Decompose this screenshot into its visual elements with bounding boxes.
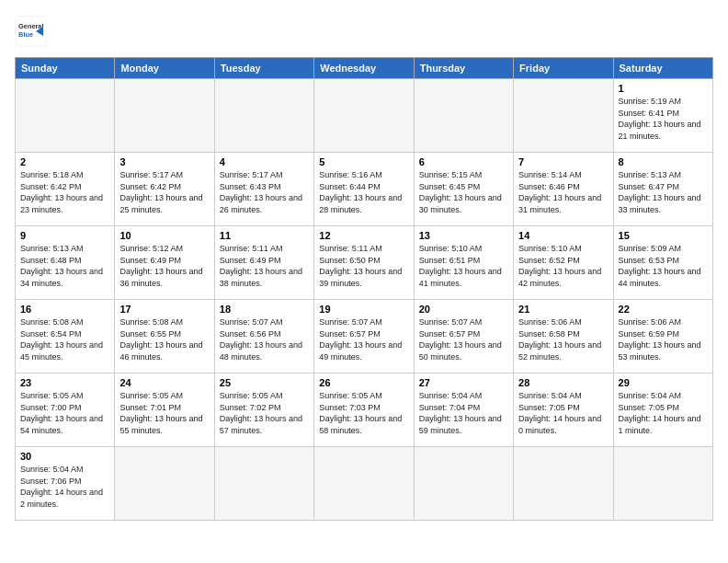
day-info: Sunrise: 5:05 AM Sunset: 7:02 PM Dayligh…: [220, 390, 309, 436]
day-info: Sunrise: 5:04 AM Sunset: 7:05 PM Dayligh…: [518, 390, 608, 436]
calendar-cell: 12Sunrise: 5:11 AM Sunset: 6:50 PM Dayli…: [314, 226, 414, 300]
day-number: 15: [619, 230, 708, 241]
day-info: Sunrise: 5:08 AM Sunset: 6:54 PM Dayligh…: [20, 316, 109, 362]
day-info: Sunrise: 5:15 AM Sunset: 6:45 PM Dayligh…: [419, 169, 508, 215]
day-number: 10: [119, 230, 209, 241]
day-info: Sunrise: 5:14 AM Sunset: 6:46 PM Dayligh…: [518, 169, 608, 215]
calendar-cell: 3Sunrise: 5:17 AM Sunset: 6:42 PM Daylig…: [115, 153, 214, 226]
day-info: Sunrise: 5:19 AM Sunset: 6:41 PM Dayligh…: [619, 96, 708, 142]
calendar-cell: 2Sunrise: 5:18 AM Sunset: 6:42 PM Daylig…: [16, 153, 115, 226]
day-number: 14: [518, 230, 608, 241]
day-info: Sunrise: 5:13 AM Sunset: 6:48 PM Dayligh…: [20, 243, 109, 289]
logo-icon: General Blue: [15, 15, 48, 48]
day-number: 23: [20, 377, 109, 388]
calendar-cell: 28Sunrise: 5:04 AM Sunset: 7:05 PM Dayli…: [514, 373, 613, 447]
calendar-cell: 25Sunrise: 5:05 AM Sunset: 7:02 PM Dayli…: [214, 373, 313, 447]
day-number: 27: [419, 377, 508, 388]
day-number: 11: [220, 230, 309, 241]
day-info: Sunrise: 5:06 AM Sunset: 6:58 PM Dayligh…: [518, 316, 608, 362]
day-number: 8: [619, 156, 708, 167]
calendar-cell: [514, 447, 613, 521]
calendar-cell: [16, 79, 115, 153]
day-number: 3: [119, 156, 209, 167]
weekday-header-monday: Monday: [115, 58, 214, 79]
day-info: Sunrise: 5:07 AM Sunset: 6:57 PM Dayligh…: [419, 316, 508, 362]
day-info: Sunrise: 5:07 AM Sunset: 6:56 PM Dayligh…: [220, 316, 309, 362]
day-info: Sunrise: 5:17 AM Sunset: 6:43 PM Dayligh…: [220, 169, 309, 215]
day-number: 5: [319, 156, 408, 167]
day-info: Sunrise: 5:12 AM Sunset: 6:49 PM Dayligh…: [119, 243, 209, 289]
day-number: 20: [419, 304, 508, 315]
day-number: 4: [220, 156, 309, 167]
weekday-header-tuesday: Tuesday: [214, 58, 313, 79]
calendar-cell: 17Sunrise: 5:08 AM Sunset: 6:55 PM Dayli…: [115, 300, 214, 373]
svg-text:Blue: Blue: [18, 30, 33, 39]
day-info: Sunrise: 5:13 AM Sunset: 6:47 PM Dayligh…: [619, 169, 708, 215]
calendar-cell: 18Sunrise: 5:07 AM Sunset: 6:56 PM Dayli…: [214, 300, 313, 373]
day-number: 18: [220, 304, 309, 315]
calendar-cell: 30Sunrise: 5:04 AM Sunset: 7:06 PM Dayli…: [16, 447, 115, 521]
calendar-cell: [414, 79, 513, 153]
day-number: 19: [319, 304, 408, 315]
calendar-cell: [214, 447, 313, 521]
calendar-cell: [314, 79, 414, 153]
day-number: 26: [319, 377, 408, 388]
weekday-header-sunday: Sunday: [16, 58, 115, 79]
calendar-cell: 9Sunrise: 5:13 AM Sunset: 6:48 PM Daylig…: [16, 226, 115, 300]
calendar-cell: 6Sunrise: 5:15 AM Sunset: 6:45 PM Daylig…: [414, 153, 513, 226]
day-number: 28: [518, 377, 608, 388]
day-info: Sunrise: 5:05 AM Sunset: 7:01 PM Dayligh…: [119, 390, 209, 436]
day-info: Sunrise: 5:04 AM Sunset: 7:04 PM Dayligh…: [419, 390, 508, 436]
calendar-cell: [214, 79, 313, 153]
day-number: 16: [20, 304, 109, 315]
day-number: 6: [419, 156, 508, 167]
calendar-cell: [414, 447, 513, 521]
calendar-cell: 4Sunrise: 5:17 AM Sunset: 6:43 PM Daylig…: [214, 153, 313, 226]
calendar-cell: 16Sunrise: 5:08 AM Sunset: 6:54 PM Dayli…: [16, 300, 115, 373]
calendar-cell: 14Sunrise: 5:10 AM Sunset: 6:52 PM Dayli…: [514, 226, 613, 300]
calendar-table: SundayMondayTuesdayWednesdayThursdayFrid…: [15, 57, 713, 521]
day-info: Sunrise: 5:05 AM Sunset: 7:03 PM Dayligh…: [319, 390, 408, 436]
weekday-header-friday: Friday: [514, 58, 613, 79]
day-info: Sunrise: 5:16 AM Sunset: 6:44 PM Dayligh…: [319, 169, 408, 215]
day-number: 22: [619, 304, 708, 315]
calendar-cell: [613, 447, 712, 521]
calendar-cell: 8Sunrise: 5:13 AM Sunset: 6:47 PM Daylig…: [613, 153, 712, 226]
day-number: 9: [20, 230, 109, 241]
day-info: Sunrise: 5:17 AM Sunset: 6:42 PM Dayligh…: [119, 169, 209, 215]
day-info: Sunrise: 5:09 AM Sunset: 6:53 PM Dayligh…: [619, 243, 708, 289]
calendar-cell: 23Sunrise: 5:05 AM Sunset: 7:00 PM Dayli…: [16, 373, 115, 447]
day-number: 21: [518, 304, 608, 315]
calendar-cell: [514, 79, 613, 153]
day-number: 24: [119, 377, 209, 388]
calendar-cell: 19Sunrise: 5:07 AM Sunset: 6:57 PM Dayli…: [314, 300, 414, 373]
day-info: Sunrise: 5:04 AM Sunset: 7:05 PM Dayligh…: [619, 390, 708, 436]
calendar-cell: 7Sunrise: 5:14 AM Sunset: 6:46 PM Daylig…: [514, 153, 613, 226]
day-info: Sunrise: 5:06 AM Sunset: 6:59 PM Dayligh…: [619, 316, 708, 362]
day-info: Sunrise: 5:04 AM Sunset: 7:06 PM Dayligh…: [20, 464, 109, 510]
calendar-cell: 22Sunrise: 5:06 AM Sunset: 6:59 PM Dayli…: [613, 300, 712, 373]
day-number: 1: [619, 83, 708, 94]
day-info: Sunrise: 5:11 AM Sunset: 6:49 PM Dayligh…: [220, 243, 309, 289]
calendar-cell: [115, 447, 214, 521]
weekday-header-thursday: Thursday: [414, 58, 513, 79]
calendar-cell: 11Sunrise: 5:11 AM Sunset: 6:49 PM Dayli…: [214, 226, 313, 300]
day-info: Sunrise: 5:10 AM Sunset: 6:51 PM Dayligh…: [419, 243, 508, 289]
day-number: 25: [220, 377, 309, 388]
page-header: General Blue: [15, 15, 713, 48]
calendar-cell: 13Sunrise: 5:10 AM Sunset: 6:51 PM Dayli…: [414, 226, 513, 300]
calendar-cell: [314, 447, 414, 521]
day-info: Sunrise: 5:05 AM Sunset: 7:00 PM Dayligh…: [20, 390, 109, 436]
calendar-cell: [115, 79, 214, 153]
calendar-cell: 15Sunrise: 5:09 AM Sunset: 6:53 PM Dayli…: [613, 226, 712, 300]
day-number: 7: [518, 156, 608, 167]
day-info: Sunrise: 5:18 AM Sunset: 6:42 PM Dayligh…: [20, 169, 109, 215]
calendar-cell: 24Sunrise: 5:05 AM Sunset: 7:01 PM Dayli…: [115, 373, 214, 447]
logo: General Blue: [15, 15, 48, 48]
day-info: Sunrise: 5:08 AM Sunset: 6:55 PM Dayligh…: [119, 316, 209, 362]
calendar-cell: 29Sunrise: 5:04 AM Sunset: 7:05 PM Dayli…: [613, 373, 712, 447]
calendar-cell: 27Sunrise: 5:04 AM Sunset: 7:04 PM Dayli…: [414, 373, 513, 447]
weekday-header-saturday: Saturday: [613, 58, 712, 79]
day-number: 17: [119, 304, 209, 315]
calendar-cell: 10Sunrise: 5:12 AM Sunset: 6:49 PM Dayli…: [115, 226, 214, 300]
